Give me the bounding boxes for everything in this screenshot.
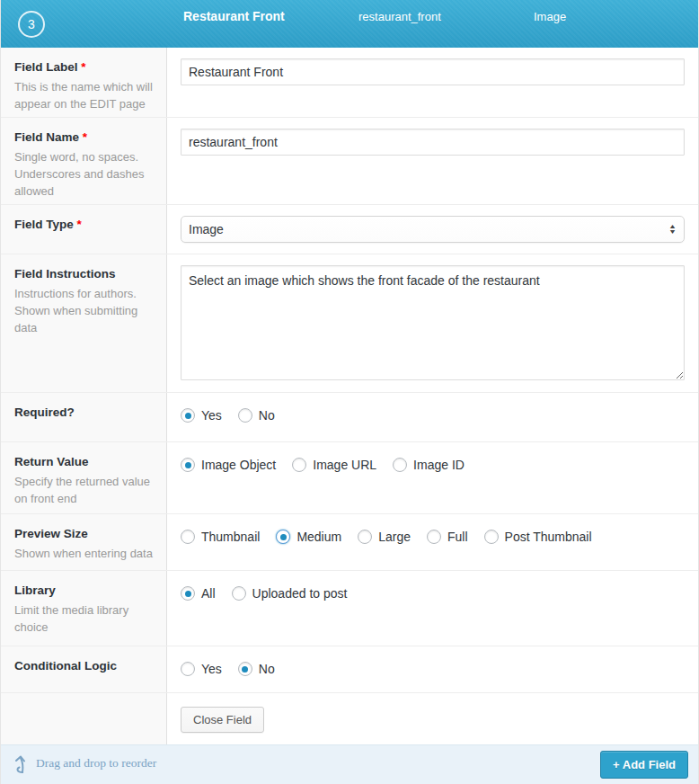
row-required: Required? Yes No	[1, 393, 698, 442]
required-asterisk: *	[77, 218, 82, 231]
library-cell: All Uploaded to post	[167, 571, 698, 646]
radio-unselected-icon	[181, 530, 195, 544]
radio-unselected-icon	[181, 662, 195, 676]
radio-unselected-icon	[292, 458, 306, 472]
field-label-title: Field Label *	[14, 60, 154, 74]
header-field-type: Image	[534, 10, 566, 23]
row-library: Library Limit the media library choice A…	[1, 571, 698, 646]
field-type-cell: Image ▲ ▼	[167, 205, 698, 254]
reorder-hint-text: Drag and drop to reorder	[36, 756, 156, 771]
radio-unselected-icon	[427, 530, 441, 544]
conditional-logic-cell: Yes No	[167, 646, 698, 692]
field-instructions-info: Field Instructions Instructions for auth…	[1, 254, 167, 392]
required-radio-group: Yes No	[181, 404, 685, 423]
row-field-instructions: Field Instructions Instructions for auth…	[1, 254, 698, 393]
preview-option-medium[interactable]: Medium	[276, 530, 341, 544]
library-option-uploaded[interactable]: Uploaded to post	[232, 586, 348, 601]
add-field-button[interactable]: + Add Field	[600, 751, 688, 779]
row-field-label: Field Label * This is the name which wil…	[1, 48, 698, 118]
radio-label: All	[201, 586, 216, 601]
radio-label: Image Object	[201, 458, 276, 472]
row-preview-size: Preview Size Shown when entering data Th…	[1, 514, 698, 571]
field-instructions-textarea[interactable]: Select an image which shows the front fa…	[181, 265, 685, 380]
radio-unselected-icon	[484, 530, 499, 544]
preview-option-full[interactable]: Full	[427, 530, 468, 544]
required-asterisk: *	[83, 130, 87, 144]
radio-label: Medium	[296, 530, 341, 544]
row-field-name: Field Name * Single word, no spaces. Und…	[1, 118, 698, 205]
field-instructions-cell: Select an image which shows the front fa…	[167, 254, 698, 392]
preview-option-large[interactable]: Large	[358, 530, 411, 544]
return-value-description: Specify the returned value on front end	[14, 474, 154, 508]
radio-unselected-icon	[238, 408, 252, 423]
radio-label: Thumbnail	[201, 530, 260, 544]
radio-label: No	[259, 662, 275, 676]
row-return-value: Return Value Specify the returned value …	[1, 442, 698, 514]
return-option-image-id[interactable]: Image ID	[393, 458, 465, 472]
field-name-input[interactable]	[181, 129, 685, 156]
field-instructions-title: Field Instructions	[14, 267, 154, 281]
field-name-cell	[167, 118, 698, 204]
radio-label: Image ID	[413, 458, 465, 472]
conditional-logic-info: Conditional Logic	[1, 646, 167, 692]
radio-selected-icon	[238, 662, 252, 676]
field-name-info: Field Name * Single word, no spaces. Und…	[1, 118, 167, 204]
radio-label: Uploaded to post	[252, 586, 348, 601]
library-info: Library Limit the media library choice	[1, 571, 167, 646]
radio-selected-icon	[276, 530, 290, 544]
header-field-name: restaurant_front	[358, 10, 441, 23]
preview-size-title: Preview Size	[14, 527, 154, 540]
required-title: Required?	[14, 405, 154, 419]
field-instructions-description: Instructions for authors. Shown when sub…	[14, 286, 154, 337]
field-type-selected-value: Image	[189, 222, 224, 236]
field-label-cell	[167, 48, 698, 117]
field-type-title: Field Type *	[14, 218, 154, 231]
field-order-number: 3	[28, 17, 35, 31]
curved-arrow-icon	[13, 754, 30, 774]
radio-unselected-icon	[358, 530, 372, 544]
field-order-badge[interactable]: 3	[18, 11, 45, 38]
preview-size-info: Preview Size Shown when entering data	[1, 514, 167, 570]
radio-label: Yes	[201, 408, 222, 423]
preview-size-radio-group: Thumbnail Medium Large Full Post Thumbna…	[181, 525, 685, 544]
library-radio-group: All Uploaded to post	[181, 582, 685, 601]
close-field-spacer	[1, 693, 167, 744]
required-asterisk: *	[81, 60, 85, 74]
field-type-select[interactable]: Image ▲ ▼	[181, 216, 685, 243]
conditional-logic-title: Conditional Logic	[14, 659, 154, 673]
radio-label: Large	[378, 530, 411, 544]
field-name-description: Single word, no spaces. Underscores and …	[14, 149, 154, 200]
radio-selected-icon	[181, 408, 195, 423]
return-option-image-url[interactable]: Image URL	[292, 458, 376, 472]
field-name-title: Field Name *	[14, 130, 154, 144]
radio-selected-icon	[181, 458, 195, 472]
required-option-yes[interactable]: Yes	[181, 408, 222, 423]
conditional-logic-radio-group: Yes No	[181, 657, 685, 676]
radio-selected-icon	[181, 586, 195, 601]
required-info: Required?	[1, 393, 167, 441]
library-option-all[interactable]: All	[181, 586, 216, 601]
field-label-description: This is the name which will appear on th…	[14, 79, 154, 113]
field-label-input[interactable]	[181, 58, 685, 85]
return-value-info: Return Value Specify the returned value …	[1, 442, 167, 513]
field-type-info: Field Type *	[1, 205, 167, 254]
preview-option-thumbnail[interactable]: Thumbnail	[181, 530, 260, 544]
required-option-no[interactable]: No	[238, 408, 275, 423]
field-header-bar[interactable]: 3 Restaurant Front restaurant_front Imag…	[1, 0, 698, 48]
select-arrows-icon: ▲ ▼	[667, 222, 678, 236]
return-option-image-object[interactable]: Image Object	[181, 458, 276, 472]
radio-unselected-icon	[232, 586, 246, 601]
close-field-button[interactable]: Close Field	[181, 707, 264, 733]
conditional-option-no[interactable]: No	[238, 662, 275, 676]
close-field-cell: Close Field	[167, 693, 698, 744]
required-cell: Yes No	[167, 393, 698, 441]
radio-unselected-icon	[393, 458, 407, 472]
library-title: Library	[14, 584, 154, 597]
radio-label: Full	[447, 530, 468, 544]
preview-size-description: Shown when entering data	[14, 546, 154, 563]
field-group-footer: Drag and drop to reorder + Add Field	[1, 744, 698, 784]
row-conditional-logic: Conditional Logic Yes No	[1, 646, 698, 693]
reorder-hint: Drag and drop to reorder	[13, 756, 156, 774]
preview-option-post-thumbnail[interactable]: Post Thumbnail	[484, 530, 592, 544]
conditional-option-yes[interactable]: Yes	[181, 662, 222, 676]
